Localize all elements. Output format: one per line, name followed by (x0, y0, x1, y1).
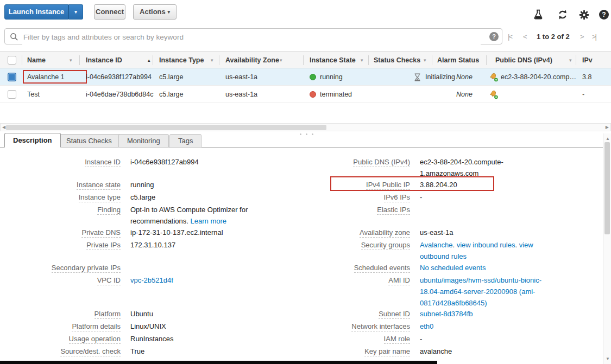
pagination-last-icon[interactable]: >| (592, 24, 596, 49)
connect-button[interactable]: Connect (94, 4, 125, 20)
panel-resize-grip[interactable] (300, 133, 318, 136)
cell-alarm-status: None (456, 68, 473, 86)
link-eth0[interactable]: eth0 (420, 322, 433, 330)
header-separator (153, 55, 153, 65)
column-header-status-checks[interactable]: Status Checks (374, 52, 420, 69)
horizontal-scrollbar[interactable]: ◀ ▶ (0, 123, 611, 131)
field-row-availability-zone: Availability zoneus-east-1a (304, 227, 547, 238)
field-label: Instance state (0, 179, 121, 190)
field-value: i-04c6e938f127ab994 (130, 156, 261, 168)
tab-status-checks[interactable]: Status Checks (58, 134, 121, 148)
experiments-flask-icon[interactable] (533, 9, 544, 20)
pagination-first-icon[interactable]: |< (508, 24, 512, 49)
gear-icon[interactable] (579, 10, 590, 21)
pagination-prev-icon[interactable]: < (523, 24, 527, 49)
vertical-scrollbar-thumb[interactable] (604, 142, 610, 234)
column-header-ipv[interactable]: IPv (582, 52, 593, 69)
field-value: subnet-8d3784fb (420, 308, 547, 320)
description-left-column: Instance IDi-04c6e938f127ab994Instance s… (0, 148, 304, 364)
link-avalanche[interactable]: Avalanche (420, 241, 452, 249)
filter-input[interactable] (22, 29, 481, 44)
field-value: ip-172-31-10-137.ec2.internal (130, 227, 261, 238)
link-subnet-8d3784fb[interactable]: subnet-8d3784fb (420, 310, 473, 318)
tab-monitoring[interactable]: Monitoring (118, 134, 169, 148)
field-row-ipv4-public-ip: IPv4 Public IP3.88.204.20 (304, 179, 547, 190)
top-toolbar: Launch Instance ▾ Connect Actions ▾ ? (0, 0, 611, 25)
column-header-alarm-status[interactable]: Alarm Status (437, 52, 479, 69)
pagination-next-icon[interactable]: > (580, 24, 584, 49)
search-icon (10, 33, 18, 41)
header-separator (79, 55, 80, 65)
column-header-instance-state[interactable]: Instance State (310, 52, 356, 69)
filter-help-icon[interactable]: ? (489, 32, 499, 41)
sort-icon[interactable]: ▾ (280, 52, 282, 69)
field-row-secondary-private-ips: Secondary private IPs (0, 262, 261, 273)
sort-icon[interactable]: ▾ (424, 52, 426, 69)
field-label: Scheduled events (304, 262, 410, 273)
column-header-name[interactable]: Name (27, 52, 46, 69)
table-row-avalanche-1[interactable]: Avalanche 1i-04c6e938f127ab994c5.largeus… (0, 68, 611, 86)
create-alarm-bell-icon[interactable] (489, 73, 499, 84)
field-value: c5.large (130, 191, 261, 203)
cell-name: Test (27, 86, 40, 103)
chevron-down-icon: ▾ (167, 9, 170, 15)
link-ubuntu-images-hvm-ssd-ubuntu-bionic-18-04-amd64-server-20200908-ami-0817d428a6fb68645[interactable]: ubuntu/images/hvm-ssd/ubuntu-bionic-18.0… (420, 276, 541, 307)
field-row-ami-id: AMI IDubuntu/images/hvm-ssd/ubuntu-bioni… (304, 274, 547, 309)
select-all-checkbox[interactable] (8, 56, 16, 65)
link-learn-more[interactable]: Learn more (191, 217, 226, 225)
scroll-left-icon[interactable]: ◀ (2, 124, 5, 131)
scroll-down-icon[interactable]: ▼ (606, 355, 610, 362)
pagination-range: 1 to 2 of 2 (537, 24, 570, 49)
field-value: vpc-2b521d4f (130, 274, 261, 286)
help-icon[interactable]: ? (599, 10, 609, 20)
sort-icon[interactable]: ▾ (211, 52, 213, 69)
cell-alarm-status: None (456, 86, 473, 103)
scroll-right-icon[interactable]: ▶ (606, 124, 609, 131)
header-separator (576, 55, 576, 65)
column-header-instance-type[interactable]: Instance Type (159, 52, 204, 69)
cell-instance-state: terminated (320, 86, 352, 103)
column-header-instance-id[interactable]: Instance ID (86, 52, 122, 69)
field-row-subnet-id: Subnet IDsubnet-8d3784fb (304, 308, 547, 320)
field-value: 3.88.204.20 (420, 179, 547, 190)
launch-instance-button[interactable]: Launch Instance (4, 4, 68, 20)
field-value: Ubuntu (130, 308, 261, 320)
field-label: Secondary private IPs (0, 262, 121, 273)
cell-instance-state: running (320, 68, 343, 86)
vertical-scrollbar[interactable]: ▲ ▼ (603, 133, 611, 364)
field-value: No scheduled events (420, 262, 547, 273)
sort-icon[interactable]: ▾ (361, 52, 363, 69)
link-vpc-2b521d4f[interactable]: vpc-2b521d4f (130, 276, 173, 284)
horizontal-scrollbar-thumb[interactable] (6, 125, 326, 130)
sort-icon[interactable]: ▴ (148, 52, 150, 69)
field-value: running (130, 179, 261, 190)
field-row-public-dns-ipv4: Public DNS (IPv4)ec2-3-88-204-20.compute… (304, 156, 547, 179)
header-separator (486, 55, 487, 65)
field-row-key-pair-name: Key pair nameavalanche (304, 346, 547, 357)
row-checkbox[interactable] (8, 90, 16, 99)
row-checkbox[interactable] (8, 73, 16, 81)
tab-description[interactable]: Description (4, 133, 61, 148)
field-row-elastic-ips: Elastic IPs (304, 204, 547, 215)
sort-icon[interactable]: ▾ (70, 52, 72, 69)
column-header-availability-zone[interactable]: Availability Zone (225, 52, 279, 69)
field-value: RunInstances (130, 333, 261, 344)
scroll-up-icon[interactable]: ▲ (606, 135, 610, 142)
header-separator (303, 55, 304, 65)
create-alarm-bell-icon[interactable] (489, 90, 499, 101)
tab-tags[interactable]: Tags (169, 134, 201, 148)
field-row-network-interfaces: Network interfaceseth0 (304, 321, 547, 332)
field-value: - (420, 333, 547, 344)
link-no-scheduled-events[interactable]: No scheduled events (420, 264, 486, 272)
header-separator (368, 55, 369, 65)
field-label: Platform details (0, 321, 121, 332)
actions-button[interactable]: Actions ▾ (133, 4, 177, 20)
field-label: Finding (0, 204, 121, 215)
column-header-public-dns-ipv4[interactable]: Public DNS (IPv4) (495, 52, 552, 69)
launch-instance-dropdown-button[interactable]: ▾ (68, 4, 83, 20)
link-view-inbound-rules[interactable]: view inbound rules (457, 241, 515, 249)
table-row-test[interactable]: Testi-04e6dae738db6d84cc5.largeus-east-1… (0, 86, 611, 103)
field-label: Instance type (0, 191, 121, 203)
refresh-icon[interactable] (557, 9, 568, 20)
sort-icon[interactable]: ▾ (569, 52, 572, 69)
